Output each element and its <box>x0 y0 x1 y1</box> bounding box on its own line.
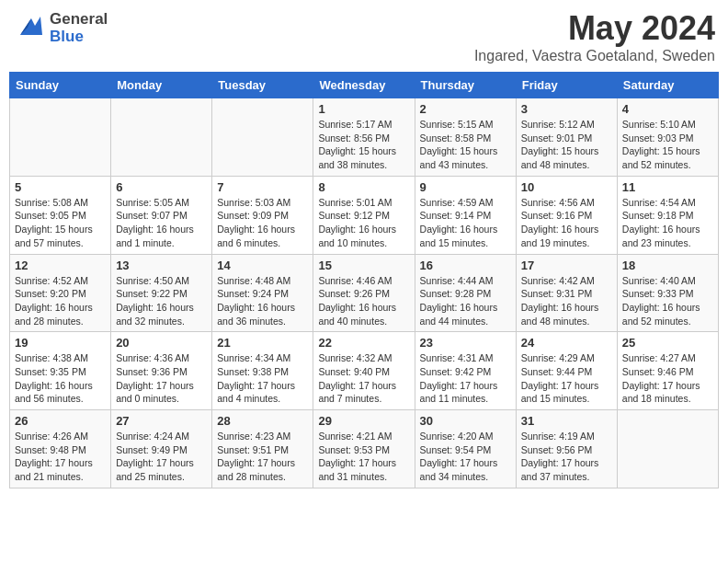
day-number: 13 <box>116 259 207 272</box>
day-number: 16 <box>420 259 511 272</box>
calendar-cell: 29Sunrise: 4:21 AMSunset: 9:53 PMDayligh… <box>313 410 415 488</box>
calendar-cell: 15Sunrise: 4:46 AMSunset: 9:26 PMDayligh… <box>313 254 415 332</box>
calendar-cell <box>617 410 718 488</box>
week-row-5: 26Sunrise: 4:26 AMSunset: 9:48 PMDayligh… <box>10 410 719 488</box>
logo-general-text: General <box>50 11 108 29</box>
day-number: 5 <box>15 180 106 194</box>
calendar-cell: 26Sunrise: 4:26 AMSunset: 9:48 PMDayligh… <box>10 410 111 488</box>
calendar-cell: 31Sunrise: 4:19 AMSunset: 9:56 PMDayligh… <box>516 410 617 488</box>
day-info: Sunrise: 4:56 AMSunset: 9:16 PMDaylight:… <box>521 196 612 250</box>
calendar-cell: 3Sunrise: 5:12 AMSunset: 9:01 PMDaylight… <box>516 98 617 177</box>
day-info: Sunrise: 4:24 AMSunset: 9:49 PMDaylight:… <box>116 430 207 484</box>
day-info: Sunrise: 4:44 AMSunset: 9:28 PMDaylight:… <box>420 274 511 328</box>
calendar-cell: 27Sunrise: 4:24 AMSunset: 9:49 PMDayligh… <box>111 410 212 488</box>
day-number: 22 <box>318 336 409 350</box>
day-number: 17 <box>521 259 612 272</box>
week-row-1: 1Sunrise: 5:17 AMSunset: 8:56 PMDaylight… <box>10 98 719 177</box>
col-monday: Monday <box>111 73 212 98</box>
logo-blue-text: Blue <box>50 29 108 46</box>
calendar-cell: 14Sunrise: 4:48 AMSunset: 9:24 PMDayligh… <box>212 254 313 332</box>
day-number: 20 <box>116 336 207 350</box>
day-info: Sunrise: 4:40 AMSunset: 9:33 PMDaylight:… <box>622 274 713 328</box>
calendar-cell: 2Sunrise: 5:15 AMSunset: 8:58 PMDaylight… <box>415 98 516 177</box>
month-title: May 2024 <box>474 9 715 48</box>
day-info: Sunrise: 4:48 AMSunset: 9:24 PMDaylight:… <box>217 274 308 328</box>
day-info: Sunrise: 5:08 AMSunset: 9:05 PMDaylight:… <box>15 196 106 250</box>
calendar-cell: 8Sunrise: 5:01 AMSunset: 9:12 PMDaylight… <box>313 176 415 254</box>
day-number: 7 <box>217 180 308 194</box>
svg-marker-0 <box>20 17 42 35</box>
day-info: Sunrise: 4:34 AMSunset: 9:38 PMDaylight:… <box>217 351 308 406</box>
calendar-cell <box>10 98 111 177</box>
day-info: Sunrise: 4:36 AMSunset: 9:36 PMDaylight:… <box>116 351 207 406</box>
day-number: 11 <box>622 180 713 194</box>
day-info: Sunrise: 4:59 AMSunset: 9:14 PMDaylight:… <box>420 196 511 250</box>
calendar-cell <box>111 98 212 177</box>
day-info: Sunrise: 4:26 AMSunset: 9:48 PMDaylight:… <box>15 430 106 484</box>
day-info: Sunrise: 5:01 AMSunset: 9:12 PMDaylight:… <box>318 196 409 250</box>
col-wednesday: Wednesday <box>313 73 415 98</box>
page-header: General Blue May 2024 Ingared, Vaestra G… <box>9 9 719 64</box>
calendar-cell: 20Sunrise: 4:36 AMSunset: 9:36 PMDayligh… <box>111 332 212 410</box>
calendar-cell: 13Sunrise: 4:50 AMSunset: 9:22 PMDayligh… <box>111 254 212 332</box>
day-number: 27 <box>116 414 207 428</box>
logo: General Blue <box>13 9 108 47</box>
logo-name: General Blue <box>50 11 108 45</box>
day-number: 9 <box>420 180 511 194</box>
calendar-cell: 9Sunrise: 4:59 AMSunset: 9:14 PMDaylight… <box>415 176 516 254</box>
calendar-cell: 10Sunrise: 4:56 AMSunset: 9:16 PMDayligh… <box>516 176 617 254</box>
col-sunday: Sunday <box>10 73 111 98</box>
calendar-cell: 18Sunrise: 4:40 AMSunset: 9:33 PMDayligh… <box>617 254 718 332</box>
calendar-cell: 5Sunrise: 5:08 AMSunset: 9:05 PMDaylight… <box>10 176 111 254</box>
calendar-cell: 19Sunrise: 4:38 AMSunset: 9:35 PMDayligh… <box>10 332 111 410</box>
day-info: Sunrise: 4:19 AMSunset: 9:56 PMDaylight:… <box>521 430 612 484</box>
day-number: 19 <box>15 336 106 350</box>
day-info: Sunrise: 4:31 AMSunset: 9:42 PMDaylight:… <box>420 351 511 406</box>
day-info: Sunrise: 5:03 AMSunset: 9:09 PMDaylight:… <box>217 196 308 250</box>
calendar-table: Sunday Monday Tuesday Wednesday Thursday… <box>9 72 719 488</box>
day-number: 8 <box>318 180 409 194</box>
calendar-cell: 7Sunrise: 5:03 AMSunset: 9:09 PMDaylight… <box>212 176 313 254</box>
day-info: Sunrise: 5:12 AMSunset: 9:01 PMDaylight:… <box>521 118 612 172</box>
calendar-cell: 23Sunrise: 4:31 AMSunset: 9:42 PMDayligh… <box>415 332 516 410</box>
day-number: 14 <box>217 259 308 272</box>
day-info: Sunrise: 4:20 AMSunset: 9:54 PMDaylight:… <box>420 430 511 484</box>
title-area: May 2024 Ingared, Vaestra Goetaland, Swe… <box>474 9 715 64</box>
day-info: Sunrise: 4:21 AMSunset: 9:53 PMDaylight:… <box>318 430 409 484</box>
day-number: 23 <box>420 336 511 350</box>
day-number: 3 <box>521 102 612 116</box>
day-number: 18 <box>622 259 713 272</box>
col-saturday: Saturday <box>617 73 718 98</box>
calendar-cell: 17Sunrise: 4:42 AMSunset: 9:31 PMDayligh… <box>516 254 617 332</box>
week-row-2: 5Sunrise: 5:08 AMSunset: 9:05 PMDaylight… <box>10 176 719 254</box>
day-number: 30 <box>420 414 511 428</box>
calendar-cell: 25Sunrise: 4:27 AMSunset: 9:46 PMDayligh… <box>617 332 718 410</box>
calendar-cell: 12Sunrise: 4:52 AMSunset: 9:20 PMDayligh… <box>10 254 111 332</box>
day-info: Sunrise: 4:46 AMSunset: 9:26 PMDaylight:… <box>318 274 409 328</box>
logo-icon <box>13 9 46 47</box>
calendar-cell: 16Sunrise: 4:44 AMSunset: 9:28 PMDayligh… <box>415 254 516 332</box>
calendar-cell: 28Sunrise: 4:23 AMSunset: 9:51 PMDayligh… <box>212 410 313 488</box>
calendar-cell <box>212 98 313 177</box>
col-thursday: Thursday <box>415 73 516 98</box>
day-number: 28 <box>217 414 308 428</box>
week-row-4: 19Sunrise: 4:38 AMSunset: 9:35 PMDayligh… <box>10 332 719 410</box>
calendar-cell: 4Sunrise: 5:10 AMSunset: 9:03 PMDaylight… <box>617 98 718 177</box>
calendar-cell: 1Sunrise: 5:17 AMSunset: 8:56 PMDaylight… <box>313 98 415 177</box>
day-number: 1 <box>318 102 409 116</box>
day-info: Sunrise: 5:17 AMSunset: 8:56 PMDaylight:… <box>318 118 409 172</box>
day-info: Sunrise: 5:05 AMSunset: 9:07 PMDaylight:… <box>116 196 207 250</box>
week-row-3: 12Sunrise: 4:52 AMSunset: 9:20 PMDayligh… <box>10 254 719 332</box>
day-number: 12 <box>15 259 106 272</box>
calendar-cell: 30Sunrise: 4:20 AMSunset: 9:54 PMDayligh… <box>415 410 516 488</box>
day-info: Sunrise: 4:32 AMSunset: 9:40 PMDaylight:… <box>318 351 409 406</box>
calendar-header-row: Sunday Monday Tuesday Wednesday Thursday… <box>10 73 719 98</box>
day-info: Sunrise: 5:10 AMSunset: 9:03 PMDaylight:… <box>622 118 713 172</box>
day-number: 24 <box>521 336 612 350</box>
day-info: Sunrise: 4:38 AMSunset: 9:35 PMDaylight:… <box>15 351 106 406</box>
day-number: 4 <box>622 102 713 116</box>
day-info: Sunrise: 4:29 AMSunset: 9:44 PMDaylight:… <box>521 351 612 406</box>
day-info: Sunrise: 4:42 AMSunset: 9:31 PMDaylight:… <box>521 274 612 328</box>
day-number: 25 <box>622 336 713 350</box>
day-number: 15 <box>318 259 409 272</box>
